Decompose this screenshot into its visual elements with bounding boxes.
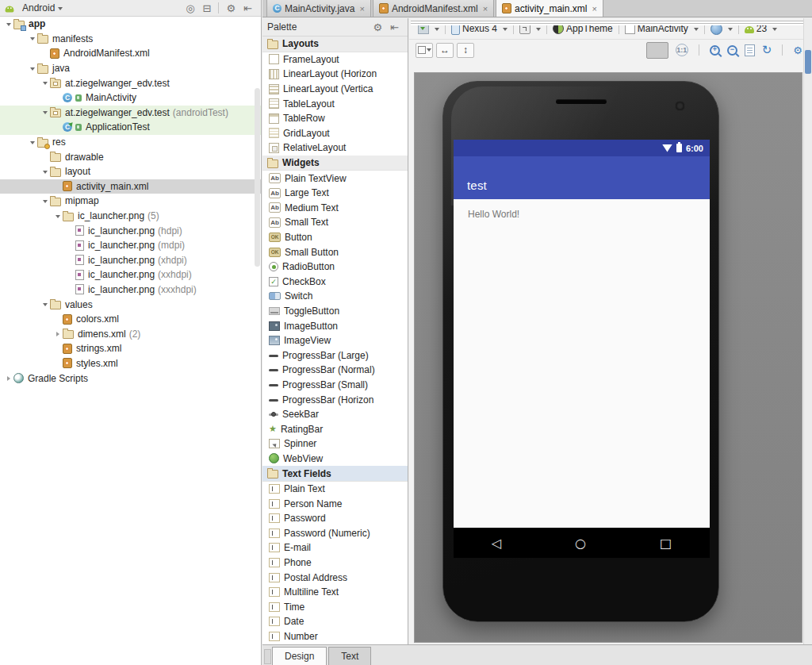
chevron-right-icon[interactable] [3,371,13,386]
tree-item-drawable[interactable]: drawable [0,149,261,164]
palette-item-radiobutton[interactable]: RadioButton [262,259,408,275]
palette-item-imagebutton[interactable]: ImageButton [262,318,408,333]
close-icon[interactable]: × [359,4,364,13]
tree-item-ic-launcher-xhdpi[interactable]: ic_launcher.png(xhdpi) [0,253,261,268]
palette-item-linearlayout-horizontal[interactable]: LinearLayout (Horizon [262,67,408,82]
tree-item-colors-xml[interactable]: colors.xml [0,312,261,327]
palette-item-gridlayout[interactable]: GridLayout [262,126,408,141]
chevron-down-icon[interactable] [40,75,50,90]
chevron-down-icon[interactable] [52,209,63,224]
palette-item-progressbar-large[interactable]: ProgressBar (Large) [262,348,408,363]
chevron-down-icon[interactable] [27,32,37,47]
chevron-right-icon[interactable] [52,326,63,341]
tree-item-package-androidtest[interactable]: at.ziegelwanger_edv.test(androidTest) [0,106,261,121]
palette-item-togglebutton[interactable]: ToggleButton [262,304,408,319]
tree-item-values[interactable]: values [0,297,261,312]
palette-section-layouts[interactable]: Layouts [262,37,408,52]
tab-mainactivity-java[interactable]: CMainActivity.java× [266,0,371,17]
tab-androidmanifest-xml[interactable]: AndroidManifest.xml× [373,0,494,17]
locate-file-icon[interactable]: ◎ [186,3,194,13]
tree-item-applicationtest[interactable]: CApplicationTest [0,120,261,135]
hide-panel-icon[interactable]: ⇤ [243,3,252,13]
gear-icon[interactable]: ⚙ [373,22,382,33]
tree-item-package-main[interactable]: at.ziegelwanger_edv.test [0,75,261,90]
tab-activity-main-xml[interactable]: activity_main.xml× [496,0,603,17]
nav-recents-icon[interactable]: □ [660,536,672,551]
palette-item-postal-address[interactable]: Postal Address [262,570,408,585]
tree-item-strings-xml[interactable]: strings.xml [0,341,261,356]
palette-item-seekbar[interactable]: SeekBar [262,407,408,422]
collapse-all-icon[interactable]: ⊟ [203,3,212,13]
palette-section-text-fields[interactable]: Text Fields [262,466,408,482]
nav-home-icon[interactable]: ○ [575,536,586,551]
tree-item-ic-launcher-xxxhdpi[interactable]: ic_launcher.png(xxxhdpi) [0,283,261,298]
zoom-fit-button[interactable] [416,43,433,58]
hello-world-textview[interactable]: Hello World! [468,209,519,220]
chevron-down-icon[interactable] [3,17,13,32]
zoom-in-icon[interactable]: + [710,45,720,56]
device-screen[interactable]: 6:00 test Hello World! ◁ ○ □ [454,140,710,558]
palette-item-webview[interactable]: WebView [262,452,408,467]
tab-design[interactable]: Design [272,647,327,665]
palette-item-checkbox[interactable]: ✓CheckBox [262,275,408,290]
zoom-out-icon[interactable]: − [727,45,737,56]
palette-item-date[interactable]: Date [262,614,408,629]
palette-item-linearlayout-vertical[interactable]: LinearLayout (Vertica [262,82,408,97]
tree-item-mainactivity[interactable]: CMainActivity [0,90,261,106]
palette-section-widgets[interactable]: Widgets [262,156,408,171]
close-icon[interactable]: × [592,4,596,13]
palette-item-phone[interactable]: Phone [262,555,408,571]
preview-document-icon[interactable] [745,44,755,56]
refresh-icon[interactable]: ↻ [762,44,772,56]
chevron-down-icon[interactable] [40,297,50,312]
settings-gear-icon[interactable]: ⚙ [793,44,802,56]
palette-item-medium-text[interactable]: AbMedium Text [262,201,408,216]
tree-item-ic-launcher-hdpi[interactable]: ic_launcher.png(hdpi) [0,223,261,238]
chevron-down-icon[interactable] [40,194,50,209]
tree-item-res[interactable]: res [0,135,261,150]
tree-item-ic-launcher-mdpi[interactable]: ic_launcher.png(mdpi) [0,238,261,253]
palette-item-large-text[interactable]: AbLarge Text [262,186,408,201]
palette-item-imageview[interactable]: ImageView [262,333,408,348]
palette-item-person-name[interactable]: Person Name [262,496,408,511]
palette-item-plain-text[interactable]: Plain Text [262,482,408,497]
palette-item-email[interactable]: E-mail [262,540,408,555]
chevron-down-icon[interactable] [58,7,63,13]
tree-item-layout[interactable]: layout [0,164,261,179]
palette-item-tablelayout[interactable]: TableLayout [262,96,408,111]
project-view-selector[interactable]: Android [22,2,55,13]
zoom-actual-size-button[interactable]: 1:1 [676,44,688,56]
tree-item-java[interactable]: java [0,61,261,76]
tree-item-styles-xml[interactable]: styles.xml [0,356,261,371]
layout-content[interactable]: Hello World! [454,199,710,528]
palette-item-small-text[interactable]: AbSmall Text [262,215,408,230]
pan-button[interactable] [646,42,668,59]
palette-item-progressbar-horizontal[interactable]: ProgressBar (Horizon [262,392,408,407]
close-icon[interactable]: × [483,4,488,13]
tab-text[interactable]: Text [328,647,371,665]
tree-item-mipmap[interactable]: mipmap [0,194,261,209]
palette-item-password[interactable]: Password [262,511,408,526]
tree-item-dimens-xml[interactable]: dimens.xml(2) [0,326,261,341]
nav-back-icon[interactable]: ◁ [492,536,501,551]
tree-item-androidmanifest[interactable]: AndroidManifest.xml [0,46,261,61]
tree-item-activity-main-xml[interactable]: activity_main.xml [0,179,261,194]
palette-item-progressbar-small[interactable]: ProgressBar (Small) [262,378,408,393]
activity-selector[interactable]: MainActivity [622,21,701,36]
palette-item-multiline-text[interactable]: Multiline Text [262,585,408,600]
chevron-down-icon[interactable] [27,61,37,76]
design-canvas[interactable]: 6:00 test Hello World! ◁ ○ □ [414,72,802,643]
gear-icon[interactable]: ⚙ [226,3,236,13]
palette-item-progressbar-normal[interactable]: ProgressBar (Normal) [262,363,408,378]
hide-panel-icon[interactable]: ⇤ [390,22,399,33]
palette-item-framelayout[interactable]: FrameLayout [262,52,408,67]
tree-item-manifests[interactable]: manifests [0,32,261,47]
chevron-down-icon[interactable] [40,106,50,121]
palette-item-small-button[interactable]: OKSmall Button [262,244,408,259]
palette-item-time[interactable]: Time [262,600,408,615]
chevron-down-icon[interactable] [40,164,50,179]
expand-horizontal-button[interactable]: ↔ [436,43,454,58]
chevron-down-icon[interactable] [27,135,37,150]
palette-item-plain-textview[interactable]: AbPlain TextView [262,171,408,186]
palette-item-number[interactable]: Number [262,629,408,644]
